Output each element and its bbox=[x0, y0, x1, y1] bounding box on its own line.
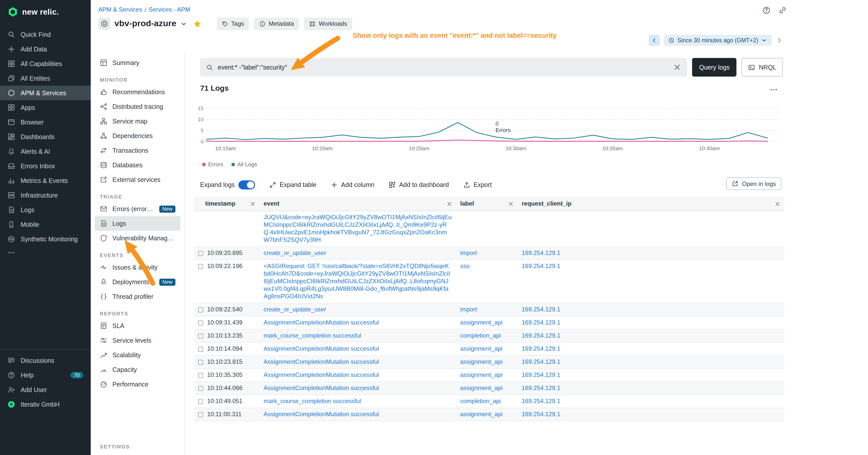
nrql-button[interactable]: NRQL bbox=[742, 58, 783, 76]
table-row[interactable]: 10:09:22.540create_or_update_userimport1… bbox=[194, 303, 784, 316]
label-link[interactable]: completion_api bbox=[460, 397, 501, 404]
event-link[interactable]: AssignmentCompletionMutation successful bbox=[264, 345, 379, 352]
event-link[interactable]: <ASGIRequest: GET '/sso/callback/?state=… bbox=[264, 262, 450, 300]
event-link[interactable]: create_or_update_user bbox=[264, 250, 326, 257]
sidebar-item-capacity[interactable]: Capacity bbox=[95, 362, 181, 377]
sidebar-item-service-map[interactable]: Service map bbox=[95, 114, 181, 129]
sidebar-item-mobile[interactable]: Mobile bbox=[0, 217, 91, 232]
sidebar-item-recommendations[interactable]: Recommendations bbox=[95, 85, 181, 99]
time-forward-icon[interactable] bbox=[776, 37, 783, 44]
event-link[interactable]: AssignmentCompletionMutation successful bbox=[264, 358, 379, 365]
ip-link[interactable]: 169.254.129.1 bbox=[522, 319, 560, 326]
row-select-checkbox[interactable] bbox=[198, 412, 203, 417]
sidebar-item-help[interactable]: Help70 bbox=[0, 368, 91, 383]
table-row[interactable]: 10:10:35.305AssignmentCompletionMutation… bbox=[194, 368, 784, 382]
remove-column-icon[interactable] bbox=[775, 201, 780, 206]
row-select-checkbox[interactable] bbox=[198, 399, 203, 404]
table-row[interactable]: 10:10:14.094AssignmentCompletionMutation… bbox=[194, 343, 784, 356]
event-link[interactable]: create_or_update_user bbox=[264, 306, 326, 313]
label-link[interactable]: assignment_api bbox=[460, 345, 502, 352]
sidebar-item-all-entities[interactable]: All Entities bbox=[0, 71, 91, 86]
sidebar-item-scalability[interactable]: Scalability bbox=[95, 348, 181, 362]
time-back-button[interactable] bbox=[649, 35, 660, 46]
metadata-button[interactable]: Metadata bbox=[254, 18, 299, 30]
sidebar-item-dashboards[interactable]: Dashboards bbox=[0, 130, 91, 144]
sidebar-item-thread-profiler[interactable]: Thread profiler bbox=[95, 289, 181, 304]
sidebar-item-issues-activity[interactable]: Issues & activity bbox=[95, 260, 181, 274]
expand-table-button[interactable]: Expand table bbox=[269, 182, 316, 189]
row-select-checkbox[interactable] bbox=[198, 264, 203, 269]
ip-link[interactable]: 169.254.129.1 bbox=[522, 385, 560, 391]
sidebar-item-apm-services[interactable]: APM & Services bbox=[0, 86, 91, 100]
sidebar-item-quick-find[interactable]: Quick Find bbox=[0, 27, 91, 42]
sidebar-item-infrastructure[interactable]: Infrastructure bbox=[0, 188, 91, 202]
label-link[interactable]: assignment_api bbox=[460, 385, 502, 391]
workloads-button[interactable]: Workloads bbox=[304, 18, 352, 30]
ip-link[interactable]: 169.254.129.1 bbox=[522, 262, 560, 269]
export-button[interactable]: Export bbox=[463, 182, 492, 189]
sidebar-item-errors-inbox[interactable]: Errors Inbox bbox=[0, 159, 91, 173]
column-timestamp[interactable]: timestamp bbox=[194, 196, 259, 211]
sidebar-item-logs[interactable]: Logs bbox=[95, 216, 181, 231]
add-to-dashboard-button[interactable]: Add to dashboard bbox=[389, 182, 449, 189]
sidebar-item-metrics-events[interactable]: Metrics & Events bbox=[0, 173, 91, 188]
table-row[interactable]: 10:09:20.895create_or_update_userimport1… bbox=[194, 247, 784, 260]
event-link[interactable]: AssignmentCompletionMutation successful bbox=[264, 411, 379, 418]
label-link[interactable]: completion_api bbox=[460, 332, 501, 339]
more-options-icon[interactable] bbox=[770, 86, 778, 94]
clear-query-icon[interactable] bbox=[674, 64, 681, 71]
legend-all-logs[interactable]: All Logs bbox=[231, 161, 257, 167]
row-select-checkbox[interactable] bbox=[198, 386, 203, 391]
sidebar-item-alerts-ai[interactable]: Alerts & AI bbox=[0, 144, 91, 159]
ip-link[interactable]: 169.254.129.1 bbox=[522, 332, 560, 339]
column-label[interactable]: label bbox=[456, 196, 518, 211]
sidebar-item-apps[interactable]: Apps bbox=[0, 100, 91, 115]
event-link[interactable]: AssignmentCompletionMutation successful bbox=[264, 385, 379, 391]
sidebar-item-sla[interactable]: SLA bbox=[95, 319, 181, 333]
query-logs-button[interactable]: Query logs bbox=[692, 58, 737, 76]
table-row[interactable]: 10:10:23.815AssignmentCompletionMutation… bbox=[194, 356, 784, 368]
row-select-checkbox[interactable] bbox=[198, 359, 203, 364]
entity-chevron-down-icon[interactable] bbox=[181, 21, 187, 27]
sidebar-item-add-user[interactable]: Add User bbox=[0, 383, 91, 397]
breadcrumb-apm-services[interactable]: APM & Services bbox=[98, 6, 142, 13]
help-icon[interactable] bbox=[762, 6, 771, 14]
label-link[interactable]: assignment_api bbox=[460, 371, 502, 379]
table-row[interactable]: 10:09:31.439AssignmentCompletionMutation… bbox=[194, 316, 784, 329]
column-request-client-ip[interactable]: request_client_ip bbox=[518, 196, 784, 211]
add-column-button[interactable]: Add column bbox=[331, 182, 374, 189]
expand-logs-toggle[interactable] bbox=[239, 181, 255, 190]
link-icon[interactable] bbox=[778, 6, 787, 14]
event-link[interactable]: AssignmentCompletionMutation successful bbox=[264, 319, 379, 326]
ip-link[interactable]: 169.254.129.1 bbox=[522, 397, 560, 404]
tags-button[interactable]: Tags bbox=[217, 18, 249, 30]
label-link[interactable]: assignment_api bbox=[460, 358, 502, 365]
event-link[interactable]: AssignmentCompletionMutation successful bbox=[264, 371, 379, 379]
table-row[interactable]: JUQVU&code=eyJraWQiOiJjcGltY29yZV8wOTI1M… bbox=[194, 211, 784, 247]
table-row[interactable]: 10:10:44.066AssignmentCompletionMutation… bbox=[194, 382, 784, 395]
sidebar-item-more[interactable] bbox=[0, 247, 91, 259]
sidebar-item-browser[interactable]: Browser bbox=[0, 115, 91, 130]
sidebar-item-transactions[interactable]: Transactions bbox=[95, 143, 181, 158]
row-select-checkbox[interactable] bbox=[198, 333, 203, 338]
ip-link[interactable]: 169.254.129.1 bbox=[522, 358, 560, 365]
favorite-star-icon[interactable] bbox=[193, 20, 202, 28]
time-picker[interactable]: Since 30 minutes ago (GMT+2) bbox=[664, 35, 772, 46]
event-link[interactable]: mark_course_completion successful bbox=[264, 397, 361, 404]
sidebar-item-databases[interactable]: Databases bbox=[95, 158, 181, 172]
table-row[interactable]: 10:11:00.311AssignmentCompletionMutation… bbox=[194, 408, 784, 421]
remove-column-icon[interactable] bbox=[508, 201, 514, 206]
sidebar-item-discussions[interactable]: Discussions bbox=[0, 353, 91, 368]
ip-link[interactable]: 169.254.129.1 bbox=[522, 371, 560, 379]
ip-link[interactable]: 169.254.129.1 bbox=[522, 411, 560, 418]
label-link[interactable]: import bbox=[460, 306, 477, 313]
row-select-checkbox[interactable] bbox=[198, 307, 203, 312]
label-link[interactable]: sso bbox=[460, 262, 469, 269]
sidebar-item-iterativ-gmbh[interactable]: Iterativ GmbH bbox=[0, 397, 91, 412]
sidebar-item-all-capabilities[interactable]: All Capabilities bbox=[0, 57, 91, 71]
row-select-checkbox[interactable] bbox=[198, 347, 203, 352]
sidebar-item-errors-errors-inb[interactable]: Errors (errors inb...New bbox=[95, 201, 181, 216]
breadcrumb-services-apm[interactable]: Services - APM bbox=[149, 6, 190, 13]
sidebar-item-summary[interactable]: Summary bbox=[95, 56, 181, 70]
sidebar-item-distributed-tracing[interactable]: Distributed tracing bbox=[95, 99, 181, 114]
